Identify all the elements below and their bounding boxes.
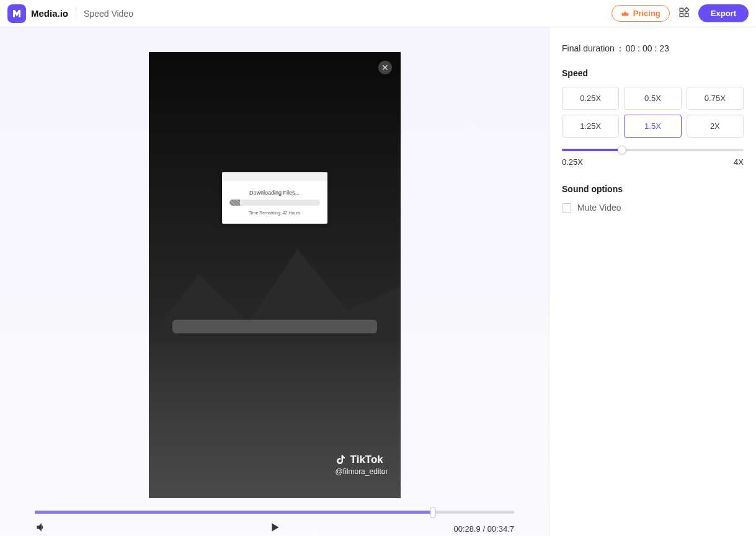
crown-icon	[621, 9, 629, 18]
svg-rect-3	[685, 13, 688, 16]
dialog-time: Time Remaining: 42 Hours	[229, 211, 320, 215]
export-button[interactable]: Export	[698, 4, 749, 22]
speed-preset-1-25x[interactable]: 1.25X	[562, 115, 619, 138]
speed-preset-grid: 0.25X0.5X0.75X1.25X1.5X2X	[562, 87, 744, 138]
svg-rect-1	[684, 7, 688, 12]
time-label: 00:28.9 / 00:34.7	[453, 524, 514, 534]
dialog-title: Downloading Files...	[229, 190, 320, 196]
tool-title: Speed Video	[84, 9, 133, 19]
mute-video-checkbox[interactable]: Mute Video	[562, 203, 744, 213]
speed-slider[interactable]	[562, 149, 744, 151]
svg-rect-2	[680, 13, 683, 16]
tiktok-handle: @filmora_editor	[336, 467, 388, 476]
tiktok-icon	[336, 454, 347, 465]
brand-logo[interactable]	[7, 4, 26, 23]
sound-section-title: Sound options	[562, 184, 744, 194]
speed-slider-thumb[interactable]	[618, 146, 626, 154]
pricing-button[interactable]: Pricing	[611, 5, 670, 22]
play-icon[interactable]	[268, 521, 282, 536]
close-icon[interactable]: ✕	[378, 61, 392, 74]
pricing-label: Pricing	[633, 9, 660, 18]
tiktok-watermark: TikTok @filmora_editor	[336, 454, 388, 476]
dock-mock	[172, 320, 377, 333]
settings-panel: Final duration：00 : 00 : 23 Speed 0.25X0…	[549, 27, 756, 536]
final-duration-row: Final duration：00 : 00 : 23	[562, 43, 744, 55]
svg-rect-0	[680, 8, 683, 11]
slider-min-label: 0.25X	[562, 157, 583, 167]
speed-preset-2x[interactable]: 2X	[687, 115, 744, 138]
speed-preset-0-75x[interactable]: 0.75X	[687, 87, 744, 110]
download-dialog-mock: Downloading Files... Time Remaining: 42 …	[222, 172, 327, 224]
volume-icon[interactable]	[35, 521, 47, 536]
speed-section-title: Speed	[562, 68, 744, 78]
mute-label: Mute Video	[577, 203, 621, 213]
speed-preset-0-5x[interactable]: 0.5X	[624, 87, 681, 110]
app-header: Media.io Speed Video Pricing Export	[0, 0, 756, 27]
divider	[76, 7, 76, 20]
preview-pane: Downloading Files... Time Remaining: 42 …	[0, 27, 549, 536]
speed-preset-0-25x[interactable]: 0.25X	[562, 87, 619, 110]
video-preview[interactable]: Downloading Files... Time Remaining: 42 …	[149, 52, 401, 498]
brand-name[interactable]: Media.io	[31, 8, 68, 19]
apps-grid-icon[interactable]	[678, 7, 690, 20]
speed-preset-1-5x[interactable]: 1.5X	[624, 115, 681, 138]
checkbox-icon	[562, 203, 571, 213]
slider-max-label: 4X	[734, 157, 744, 167]
